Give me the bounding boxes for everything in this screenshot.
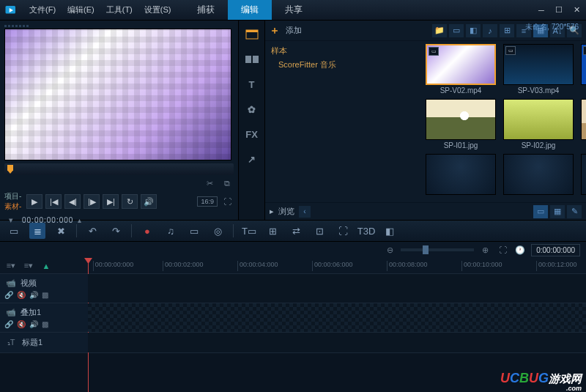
ruler-mark: 00:00:06:000	[312, 261, 353, 271]
thumb-item[interactable]: SP-I03.jpg	[581, 99, 586, 149]
menu-file[interactable]: 文件(F)	[23, 1, 62, 18]
add-icon[interactable]: ＋	[270, 24, 280, 37]
panel-mode2-icon[interactable]: ▦	[550, 205, 565, 218]
adjust-icon[interactable]: ⇄	[288, 223, 304, 239]
panel-grip-icon	[4, 25, 234, 27]
pan-zoom-icon[interactable]: ⊡	[311, 223, 327, 239]
player-timecode: 00:00:00:000	[22, 216, 73, 224]
thumb-item[interactable]: SP-I02.jpg	[503, 99, 574, 149]
link-icon[interactable]: 🔗	[4, 291, 13, 299]
track-lane[interactable]	[88, 303, 586, 332]
mode-project-label[interactable]: 项目-	[4, 191, 21, 201]
mute-icon[interactable]: 🔇	[17, 320, 26, 328]
track-menu2-icon[interactable]: ≡▾	[22, 259, 35, 273]
filter-photo-icon[interactable]: ◧	[466, 24, 481, 37]
mode-clip-label[interactable]: 素材-	[4, 201, 21, 212]
crop-icon[interactable]: ⛶	[335, 223, 351, 239]
main-tabs: 捕获 编辑 共享	[184, 0, 316, 20]
tree-scorefitter[interactable]: ScoreFitter 音乐	[271, 58, 414, 72]
loop-button[interactable]: ↻	[122, 194, 138, 209]
add-label[interactable]: 添加	[286, 25, 302, 36]
library-tree: 样本 ScoreFitter 音乐	[265, 41, 420, 75]
fullscreen-icon[interactable]: ⛶	[220, 195, 234, 208]
lock-icon[interactable]: ▩	[42, 291, 48, 299]
menu-settings[interactable]: 设置(S)	[138, 1, 177, 18]
track-manager-head: ≡▾ ≡▾ ▲	[0, 258, 88, 273]
snapshot-icon[interactable]: ⧉	[220, 177, 234, 190]
libtab-media-icon[interactable]	[243, 26, 261, 42]
filter-video-icon[interactable]: ▭	[449, 24, 464, 37]
step-back-button[interactable]: ◀|	[64, 194, 81, 209]
filter-audio-icon[interactable]: ♪	[483, 24, 497, 37]
tc-down-icon[interactable]: ▾	[4, 213, 18, 226]
video-track-icon: 📹	[4, 276, 18, 289]
lock-icon[interactable]: ▩	[42, 320, 48, 328]
track-label: 叠加1	[21, 307, 41, 318]
minimize-icon[interactable]: ─	[536, 5, 546, 15]
svg-rect-5	[253, 56, 259, 63]
preview-scrubber[interactable]	[4, 163, 234, 175]
go-end-button[interactable]: ▶|	[103, 194, 119, 209]
track-lane[interactable]	[88, 333, 586, 352]
eraser-icon[interactable]: ◧	[382, 223, 398, 239]
tab-capture[interactable]: 捕获	[184, 0, 228, 20]
aspect-ratio[interactable]: 16:9	[197, 196, 218, 207]
thumb-label: SP-I02.jpg	[522, 141, 556, 149]
filter-all-icon[interactable]: ⊞	[500, 24, 514, 37]
thumb-item[interactable]: ▭SP-V03.mp4	[503, 44, 574, 95]
track-up-icon[interactable]: ▲	[40, 259, 53, 273]
panel-mode3-icon[interactable]: ✎	[567, 205, 582, 218]
maximize-icon[interactable]: ☐	[554, 5, 564, 15]
track-menu1-icon[interactable]: ≡▾	[4, 259, 18, 273]
libtab-fx-icon[interactable]: FX	[243, 126, 261, 142]
panel-mode1-icon[interactable]: ▭	[533, 205, 548, 218]
import-folder-icon[interactable]: 📁	[432, 24, 447, 37]
close-icon[interactable]: ✕	[571, 5, 582, 15]
menu-edit[interactable]: 编辑(E)	[62, 1, 100, 18]
thumb-item[interactable]	[503, 154, 574, 195]
solo-icon[interactable]: 🔊	[29, 291, 38, 299]
link-icon[interactable]: 🔗	[4, 320, 13, 328]
track-lane[interactable]	[88, 274, 586, 303]
zoom-out-icon[interactable]: ⊖	[383, 243, 396, 256]
split-screen-icon[interactable]: ⊞	[264, 223, 281, 239]
tc-up-icon[interactable]: ▴	[78, 216, 81, 224]
clock-icon[interactable]: 🕐	[513, 243, 527, 256]
zoom-slider[interactable]	[401, 248, 474, 251]
thumb-item[interactable]: ▭SP-V02.mp4	[426, 44, 496, 95]
ruler-mark: 00:00:10:000	[461, 261, 502, 271]
menubar: 文件(F) 编辑(E) 工具(T) 设置(S) 捕获 编辑 共享 ─ ☐ ✕	[0, 0, 586, 21]
libtab-graphic-icon[interactable]: ✿	[243, 101, 261, 117]
menu-tools[interactable]: 工具(T)	[100, 1, 138, 18]
tree-sample[interactable]: 样本	[271, 44, 414, 58]
step-fwd-button[interactable]: |▶	[84, 194, 100, 209]
volume-button[interactable]: 🔊	[141, 194, 157, 209]
track-overlay: 📹 叠加1 🔗 🔇 🔊 ▩	[0, 303, 586, 333]
mute-icon[interactable]: 🔇	[17, 291, 26, 299]
play-button[interactable]: ▶	[26, 194, 42, 209]
browse-label[interactable]: 浏览	[278, 206, 294, 217]
libtab-transition-icon[interactable]	[243, 51, 261, 67]
go-start-button[interactable]: |◀	[45, 194, 62, 209]
browse-expand-icon[interactable]: ▸	[270, 207, 274, 216]
thumb-item[interactable]: ▭SP-V04.wmv	[581, 44, 586, 95]
tab-edit[interactable]: 编辑	[228, 0, 272, 20]
3d-title-icon[interactable]: T3D	[358, 223, 374, 239]
solo-icon[interactable]: 🔊	[29, 320, 38, 328]
scroll-left-icon[interactable]: ‹	[299, 206, 311, 218]
thumb-item[interactable]: SP-I01.jpg	[426, 99, 496, 149]
thumb-item[interactable]	[581, 154, 586, 195]
zoom-in-icon[interactable]: ⊕	[478, 243, 492, 256]
preview-viewport[interactable]	[4, 29, 231, 160]
svg-rect-3	[246, 30, 258, 32]
libtab-title-icon[interactable]: T	[243, 76, 261, 92]
fit-project-icon[interactable]: ⛶	[496, 243, 509, 256]
thumb-item[interactable]	[426, 154, 496, 195]
subtitle-icon[interactable]: T▭	[241, 223, 257, 239]
tab-share[interactable]: 共享	[272, 0, 316, 20]
time-ruler[interactable]: 00:00:00:000 00:00:02:000 00:00:04:000 0…	[88, 258, 586, 273]
libtab-path-icon[interactable]: ↗	[243, 151, 261, 167]
library-category-sidebar: T ✿ FX ↗	[238, 21, 264, 220]
cut-icon[interactable]: ✂	[203, 177, 216, 190]
track-label: 标题1	[22, 337, 42, 348]
